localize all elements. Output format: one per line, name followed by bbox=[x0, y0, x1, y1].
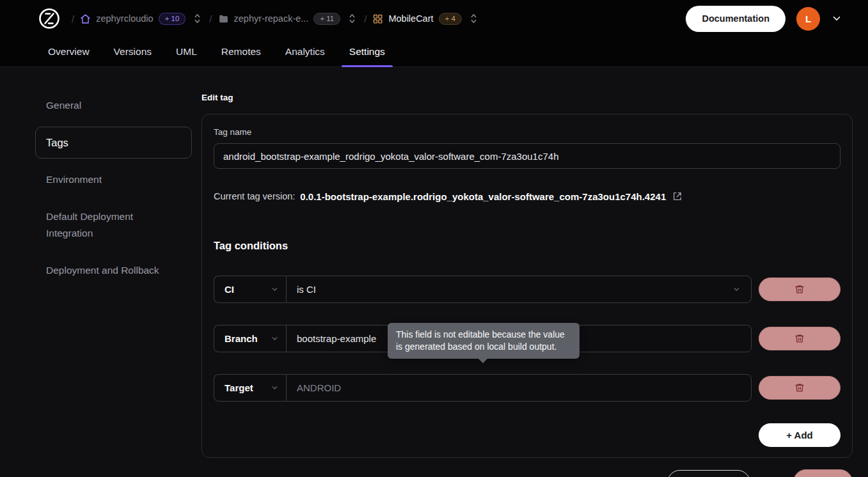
condition-row-ci: CI is CI bbox=[214, 276, 840, 303]
tag-name-input[interactable] bbox=[214, 143, 840, 169]
current-version-line: Current tag version: 0.0.1-bootstrap-exa… bbox=[214, 191, 840, 202]
org-name: zephyrcloudio bbox=[96, 13, 153, 24]
tooltip-text: This field is not editable because the v… bbox=[396, 329, 565, 352]
settings-sidebar: General Tags Environment Default Deploym… bbox=[35, 90, 192, 292]
tab-label: Analytics bbox=[285, 46, 325, 58]
app-modules-icon bbox=[372, 13, 383, 24]
tab-overview[interactable]: Overview bbox=[40, 37, 97, 66]
breadcrumb-separator: / bbox=[364, 13, 367, 24]
tab-label: Versions bbox=[114, 46, 152, 58]
current-version-label: Current tag version: bbox=[214, 191, 295, 201]
trash-icon bbox=[794, 333, 805, 344]
tab-label: Remotes bbox=[221, 46, 261, 58]
tag-name-label: Tag name bbox=[214, 127, 840, 138]
trash-icon bbox=[794, 284, 805, 295]
tab-versions[interactable]: Versions bbox=[106, 37, 159, 66]
up-down-chevrons-icon bbox=[193, 12, 202, 25]
tooltip-arrow bbox=[478, 358, 488, 363]
folder-icon bbox=[218, 13, 229, 24]
bottom-danger-button[interactable] bbox=[793, 469, 853, 477]
home-icon bbox=[80, 13, 91, 24]
sidebar-item-default-deployment-integration[interactable]: Default Deployment Integration bbox=[35, 201, 192, 249]
tab-remotes[interactable]: Remotes bbox=[214, 37, 269, 66]
condition-type-select[interactable]: Branch bbox=[214, 325, 286, 352]
condition-value-select[interactable]: is CI bbox=[286, 276, 752, 303]
chevron-down-icon bbox=[271, 384, 279, 392]
sidebar-item-tags[interactable]: Tags bbox=[35, 127, 192, 159]
bottom-secondary-button[interactable] bbox=[667, 470, 750, 477]
edit-tag-card: Tag name Current tag version: 0.0.1-boot… bbox=[201, 114, 853, 458]
project-name: zephyr-repack-e... bbox=[234, 13, 309, 24]
delete-condition-button[interactable] bbox=[759, 327, 840, 350]
breadcrumb-separator: / bbox=[209, 13, 212, 24]
delete-condition-button[interactable] bbox=[759, 376, 840, 400]
condition-type-label: Target bbox=[225, 382, 253, 393]
breadcrumb-project[interactable]: zephyr-repack-e... + 11 bbox=[218, 13, 341, 25]
current-version-value: 0.0.1-bootstrap-example.rodrigo_yokota_v… bbox=[300, 191, 666, 202]
tab-label: Settings bbox=[349, 46, 385, 58]
condition-type-select[interactable]: CI bbox=[214, 276, 286, 303]
main-nav: Overview Versions UML Remotes Analytics … bbox=[0, 37, 868, 66]
tab-settings[interactable]: Settings bbox=[342, 37, 393, 66]
chevron-down-icon bbox=[732, 285, 741, 293]
condition-type-select[interactable]: Target bbox=[214, 374, 286, 402]
condition-value-label: is CI bbox=[297, 284, 316, 295]
chevron-down-icon bbox=[271, 285, 279, 293]
sidebar-item-environment[interactable]: Environment bbox=[35, 164, 192, 196]
add-row: + Add bbox=[214, 423, 840, 447]
breadcrumb-org[interactable]: zephyrcloudio + 10 bbox=[80, 13, 185, 25]
app-name: MobileCart bbox=[388, 13, 433, 24]
breadcrumb-app[interactable]: MobileCart + 4 bbox=[372, 13, 461, 25]
org-count-badge: + 10 bbox=[159, 13, 186, 25]
trash-icon bbox=[794, 382, 805, 393]
condition-type-label: Branch bbox=[225, 333, 258, 344]
main-content: Edit tag Tag name Current tag version: 0… bbox=[201, 93, 853, 458]
chevron-down-icon bbox=[271, 334, 279, 343]
project-selector-button[interactable] bbox=[346, 12, 358, 25]
tag-conditions-title: Tag conditions bbox=[214, 240, 840, 252]
user-menu-chevron-down-icon[interactable] bbox=[831, 13, 842, 24]
condition-value-label: ANDROID bbox=[297, 382, 341, 393]
header: / zephyrcloudio + 10 / bbox=[0, 0, 868, 67]
condition-type-label: CI bbox=[225, 284, 234, 295]
tab-analytics[interactable]: Analytics bbox=[278, 37, 333, 66]
external-link-icon[interactable] bbox=[672, 191, 683, 201]
delete-condition-button[interactable] bbox=[759, 278, 840, 301]
org-selector-button[interactable] bbox=[191, 12, 203, 25]
top-bar: / zephyrcloudio + 10 / bbox=[0, 0, 868, 37]
documentation-button[interactable]: Documentation bbox=[686, 6, 785, 32]
app-count-badge: + 4 bbox=[439, 13, 462, 25]
up-down-chevrons-icon bbox=[347, 12, 357, 25]
field-not-editable-tooltip: This field is not editable because the v… bbox=[388, 323, 580, 359]
page-title: Edit tag bbox=[201, 93, 853, 104]
sidebar-item-general[interactable]: General bbox=[35, 90, 192, 121]
tab-uml[interactable]: UML bbox=[168, 37, 205, 66]
up-down-chevrons-icon bbox=[469, 12, 478, 25]
tab-label: Overview bbox=[48, 46, 90, 58]
user-avatar[interactable]: L bbox=[796, 7, 820, 31]
zephyr-logo-icon[interactable] bbox=[37, 6, 61, 31]
project-count-badge: + 11 bbox=[313, 13, 340, 25]
breadcrumb: / zephyrcloudio + 10 / bbox=[72, 12, 480, 25]
sidebar-item-deployment-and-rollback[interactable]: Deployment and Rollback bbox=[35, 254, 192, 286]
condition-row-target: Target ANDROID bbox=[214, 374, 840, 402]
breadcrumb-separator: / bbox=[72, 13, 74, 24]
app-selector-button[interactable] bbox=[468, 12, 480, 25]
add-condition-button[interactable]: + Add bbox=[759, 423, 840, 447]
condition-value-field-disabled: ANDROID bbox=[286, 374, 752, 402]
top-right-actions: Documentation L bbox=[686, 6, 842, 32]
tab-label: UML bbox=[176, 46, 197, 58]
